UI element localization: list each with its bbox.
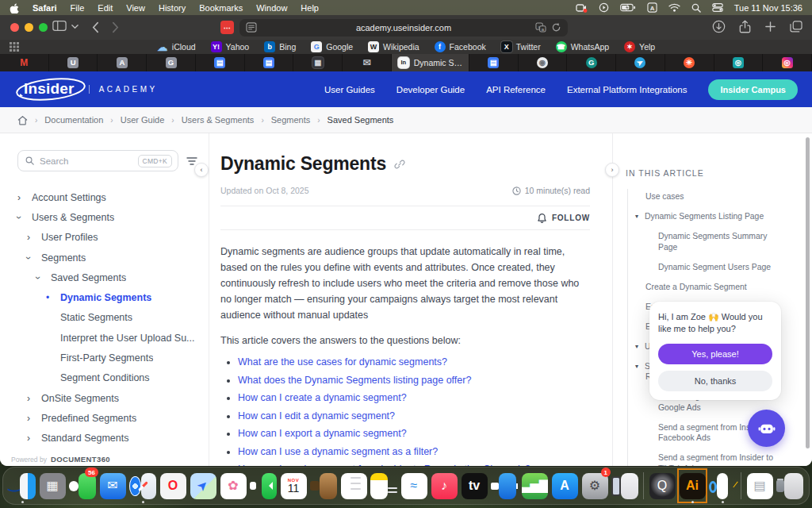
toc-expand-icon[interactable]: ▾ (635, 211, 645, 222)
question-link[interactable]: How can I create a dynamic segment? (238, 392, 407, 403)
dock-item[interactable]: ♪ (431, 470, 458, 502)
sidebar-item[interactable]: Account Settings (0, 187, 209, 207)
bookmark-item[interactable]: ☎ WhatsApp (556, 41, 609, 52)
sidebar-item[interactable]: OnSite Segments (0, 388, 209, 408)
menu-item-help[interactable]: Help (301, 3, 319, 13)
dock-item[interactable]: ➤ (190, 470, 216, 502)
menu-item-app[interactable]: Safari (33, 3, 57, 13)
browser-tab[interactable]: ◎ (714, 54, 764, 71)
menu-item-view[interactable]: View (126, 3, 145, 13)
bookmark-item[interactable]: X Twitter (501, 41, 541, 52)
chat-robot-button[interactable] (748, 410, 785, 447)
minimize-window-button[interactable] (25, 23, 33, 32)
dock-item[interactable]: ▦ (39, 470, 66, 502)
dock-item[interactable]: Ai (679, 470, 706, 502)
dock-item[interactable]: NOV 11 (280, 470, 307, 502)
document360-logo[interactable]: DOCUMENT360 (51, 455, 110, 464)
zoom-window-button[interactable] (39, 23, 48, 32)
question-link[interactable]: How can I use a dynamic segment as a fil… (238, 446, 438, 457)
search-input[interactable]: Search CMD+K (17, 150, 178, 171)
menu-item-edit[interactable]: Edit (98, 3, 113, 13)
sidebar-item[interactable]: Predefined Segments (0, 408, 209, 428)
dock-item[interactable]: Q (649, 470, 676, 502)
page-scrollbar[interactable] (806, 137, 810, 448)
dock-item[interactable] (642, 470, 645, 502)
sidebar-item[interactable]: Segment Conditions (0, 368, 209, 388)
extension-icon[interactable]: ⋯ (220, 21, 234, 34)
menu-item-history[interactable]: History (159, 3, 186, 13)
menu-item-file[interactable]: File (71, 3, 85, 13)
copy-link-icon[interactable] (393, 158, 406, 171)
question-link[interactable]: What does the Dynamic Segments listing p… (238, 375, 471, 386)
spotlight-search-icon[interactable] (691, 3, 701, 13)
dock-item[interactable] (370, 470, 397, 502)
dock-item[interactable] (739, 470, 743, 502)
dock-item[interactable]: ⚙ 1 (581, 470, 608, 502)
toc-item[interactable]: Dynamic Segments Summary Page (628, 231, 787, 252)
control-center-icon[interactable] (712, 3, 723, 12)
battery-icon[interactable] (620, 3, 636, 12)
browser-tab[interactable]: ✳ (665, 54, 714, 71)
dock-item[interactable] (250, 470, 277, 502)
dock-item[interactable] (340, 470, 367, 502)
sidebar-item[interactable]: Static Segments (0, 308, 209, 328)
sidebar-chevron-icon[interactable] (71, 24, 79, 29)
close-window-button[interactable] (10, 23, 19, 32)
play-circle-icon[interactable] (599, 2, 609, 13)
toc-item[interactable]: Dynamic Segment Users Page (628, 262, 787, 273)
dock-item[interactable] (9, 470, 36, 502)
toc-expand-icon[interactable]: ▾ (635, 361, 645, 372)
browser-tab[interactable]: A (98, 54, 147, 71)
dock-item[interactable]: A (551, 470, 578, 502)
back-button[interactable] (92, 21, 99, 33)
toc-item[interactable]: ▾Dynamic Segments Listing Page (628, 211, 787, 222)
nav-user-guides[interactable]: User Guides (324, 85, 375, 94)
camera-indicator-icon[interactable] (576, 3, 588, 13)
sidebar-item[interactable]: User Profiles (0, 228, 209, 248)
question-link[interactable]: How can I edit a dynamic segment? (238, 410, 395, 421)
question-link[interactable]: What are the use cases for dynamic segme… (238, 356, 447, 368)
chat-no-button[interactable]: No, thanks (658, 371, 772, 391)
sidebar-item[interactable]: Dynamic Segments (0, 287, 209, 307)
bookmark-item[interactable]: Y! Yahoo (211, 41, 250, 52)
browser-tab[interactable]: ◎ (763, 54, 812, 71)
dock-item[interactable] (491, 470, 518, 502)
toc-item[interactable]: Send a segment from Insider to TikTok Ad… (628, 452, 787, 466)
bookmark-item[interactable]: b Bing (264, 41, 296, 52)
translate-icon[interactable]: aa (535, 22, 546, 33)
dock-item[interactable]: ✉ (99, 470, 126, 502)
wifi-icon[interactable] (668, 3, 680, 12)
new-tab-icon[interactable] (764, 21, 776, 33)
chat-yes-button[interactable]: Yes, please! (658, 344, 772, 364)
bookmark-item[interactable]: f Facebook (435, 41, 486, 52)
dock-item[interactable]: ✿ (220, 470, 247, 502)
bookmark-item[interactable]: ☁ iCloud (157, 41, 196, 52)
browser-tab[interactable]: ▦ (293, 54, 343, 71)
browser-tab[interactable]: G (567, 54, 616, 71)
browser-tab[interactable]: G (147, 54, 196, 71)
menu-item-window[interactable]: Window (256, 3, 287, 13)
browser-tab[interactable]: ✉ (343, 54, 392, 71)
toc-item[interactable]: Create a Dynamic Segment (628, 282, 787, 293)
reload-icon[interactable] (551, 22, 561, 33)
question-link[interactable]: How can I export a dynamic segment? (238, 428, 407, 439)
toc-item[interactable]: Use cases (628, 191, 787, 202)
insider-logo[interactable]: Insider (14, 78, 84, 101)
input-source-icon[interactable]: A (647, 2, 657, 13)
dock-item[interactable]: ▤ (746, 470, 773, 502)
nav-external-integrations[interactable]: External Platform Integrations (567, 85, 688, 94)
browser-tab[interactable]: U (49, 54, 98, 71)
sidebar-item[interactable]: Saved Segments (0, 267, 209, 287)
browser-tab[interactable]: ▤ (469, 54, 519, 71)
favorites-grid-icon[interactable] (10, 42, 19, 52)
dock-item[interactable]: O (159, 470, 186, 502)
dock-item[interactable]: tv (461, 470, 488, 502)
home-icon[interactable] (17, 115, 28, 125)
follow-button[interactable]: FOLLOW (552, 214, 590, 222)
dock-item[interactable] (611, 470, 638, 502)
bookmark-item[interactable]: ✶ Yelp (624, 41, 655, 52)
browser-tab[interactable]: In Dynamic S… (392, 54, 469, 71)
downloads-icon[interactable] (712, 20, 726, 33)
dock-item[interactable] (776, 470, 803, 502)
menu-bar-clock[interactable]: Tue 11 Nov 15:36 (734, 3, 802, 13)
